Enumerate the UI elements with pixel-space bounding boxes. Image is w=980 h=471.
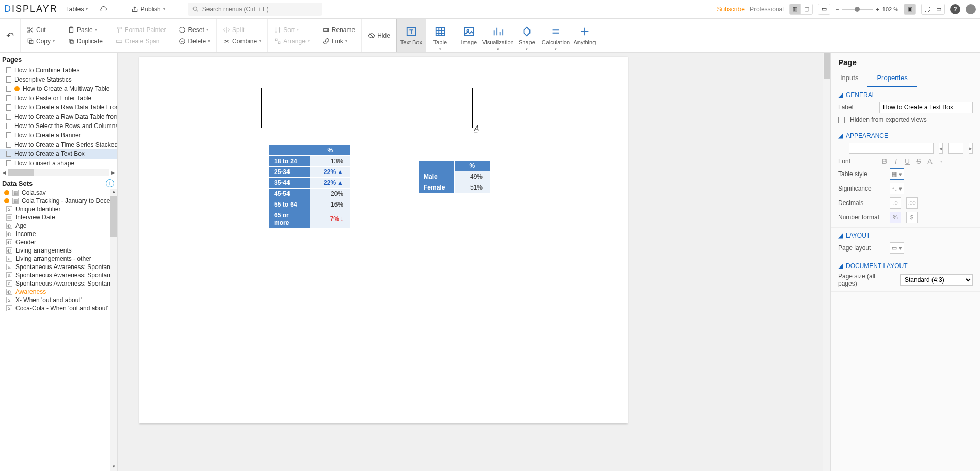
dataset-item[interactable]: ◐Age <box>0 222 117 230</box>
dataset-item[interactable]: ◐Income <box>0 230 117 238</box>
subscribe-link[interactable]: Subscribe <box>717 6 745 13</box>
pages-hscroll[interactable]: ◂ ▸ <box>0 168 117 177</box>
dataset-item[interactable]: ◐Living arrangements <box>0 246 117 255</box>
section-layout[interactable]: ◢LAYOUT <box>838 232 973 239</box>
underline-button[interactable]: U <box>902 157 912 165</box>
tab-inputs[interactable]: Inputs <box>831 70 867 87</box>
fullscreen-icon[interactable]: ⛶ <box>922 4 933 14</box>
insert-image[interactable]: Image <box>455 19 484 52</box>
combine-button[interactable]: Combine▾ <box>221 37 263 46</box>
split-button[interactable]: Split <box>221 25 263 35</box>
tables-menu[interactable]: Tables▾ <box>62 4 92 15</box>
dataset-item[interactable]: ▤Interview Date <box>0 213 117 222</box>
dataset-item[interactable]: aSpontaneous Awareness: Spontaneou <box>0 271 117 279</box>
gender-table-block[interactable]: % Male49%Female51% Q2. Gender SUMMARY sa… <box>418 160 490 182</box>
font-size-input[interactable] <box>948 143 963 154</box>
canvas-vscroll[interactable] <box>823 53 830 471</box>
zoom-fit-icon[interactable]: ▣ <box>904 4 915 14</box>
decimals-dec-button[interactable]: .0 <box>890 197 901 209</box>
page-item[interactable]: Descriptive Statistics <box>0 75 117 84</box>
page-item[interactable]: How to insert a shape <box>0 159 117 168</box>
cloud-button[interactable] <box>96 4 111 15</box>
section-doc-layout[interactable]: ◢DOCUMENT LAYOUT <box>838 262 973 270</box>
hide-button[interactable]: Hide <box>366 31 392 40</box>
reset-button[interactable]: Reset▾ <box>176 25 212 35</box>
page-item[interactable]: How to Create a Multiway Table <box>0 84 117 93</box>
dataset-item[interactable]: ▦Cola.sav <box>0 189 117 197</box>
dataset-item[interactable]: 2Coca-Cola - When 'out and about' <box>0 304 117 312</box>
paste-button[interactable]: Paste▾ <box>66 25 105 35</box>
search-box[interactable] <box>188 3 322 16</box>
add-dataset-button[interactable]: + <box>106 179 114 187</box>
scroll-down-icon[interactable]: ▾ <box>110 464 117 471</box>
dataset-item[interactable]: aLiving arrangements - other <box>0 255 117 263</box>
delete-button[interactable]: Delete▾ <box>176 37 212 46</box>
dataset-item[interactable]: ◐Awareness <box>0 288 117 296</box>
font-family-input[interactable] <box>849 143 934 154</box>
page-item[interactable]: How to Create a Raw Data Table from Var <box>0 112 117 121</box>
significance-select[interactable]: ↑↓ ▾ <box>890 183 904 194</box>
font-dec-button[interactable]: ◂ <box>939 143 943 154</box>
page-item[interactable]: How to Create a Time Series Stacked by Y <box>0 140 117 149</box>
scroll-up-icon[interactable]: ▴ <box>110 189 117 196</box>
duplicate-button[interactable]: Duplicate <box>66 37 105 46</box>
dataset-item[interactable]: ◐Gender <box>0 238 117 246</box>
present-icon[interactable]: ▭ <box>933 4 944 14</box>
label-input[interactable] <box>879 102 973 113</box>
insert-table[interactable]: Table▾ <box>426 19 455 52</box>
page-item[interactable]: How to Create a Text Box <box>0 149 117 159</box>
link-button[interactable]: Link▾ <box>320 37 357 46</box>
font-color-button[interactable]: A <box>925 157 935 165</box>
page-item[interactable]: How to Create a Banner <box>0 131 117 140</box>
zoom-slider[interactable] <box>842 9 873 10</box>
page-item[interactable]: How to Paste or Enter Table <box>0 93 117 103</box>
page-item[interactable]: How to Combine Tables <box>0 66 117 75</box>
search-input[interactable] <box>202 6 318 13</box>
insert-anything[interactable]: Anything <box>570 19 599 52</box>
datasets-vscroll[interactable]: ▴ ▾ <box>110 189 117 471</box>
publish-menu[interactable]: Publish▾ <box>127 4 169 15</box>
decimals-inc-button[interactable]: .00 <box>906 197 918 209</box>
insert-textbox[interactable]: Text Box <box>397 19 426 52</box>
layout-single-icon[interactable]: ▢ <box>801 4 812 14</box>
section-general[interactable]: ◢GENERAL <box>838 91 973 99</box>
page-item[interactable]: How to Select the Rows and Columns to A <box>0 121 117 131</box>
canvas-area[interactable]: A̲ % 18 to 2413%25-3422%▲35-4422%▲45-542… <box>118 53 830 471</box>
rename-button[interactable]: Rename <box>320 25 357 35</box>
dataset-item[interactable]: aSpontaneous Awareness: Spontaneou <box>0 263 117 271</box>
hidden-checkbox[interactable] <box>838 117 845 123</box>
insert-visualization[interactable]: Visualization▾ <box>484 19 512 52</box>
zoom-in-button[interactable]: + <box>876 6 879 12</box>
font-inc-button[interactable]: ▸ <box>969 143 973 154</box>
create-span-button[interactable]: Create Span <box>114 37 168 46</box>
bold-button[interactable]: B <box>879 157 890 165</box>
italic-button[interactable]: I <box>891 157 901 165</box>
zoom-out-button[interactable]: − <box>836 6 839 12</box>
insert-calculation[interactable]: Calculation▾ <box>541 19 570 52</box>
insert-shape[interactable]: Shape▾ <box>512 19 541 52</box>
page-item[interactable]: How to Create a Raw Data Table From a V <box>0 103 117 112</box>
currency-format-button[interactable]: $ <box>906 212 918 223</box>
percent-format-button[interactable]: % <box>890 212 901 223</box>
section-appearance[interactable]: ◢APPEARANCE <box>838 132 973 139</box>
user-avatar[interactable] <box>966 4 976 14</box>
format-painter-button[interactable]: Format Painter <box>114 25 168 35</box>
scroll-right-icon[interactable]: ▸ <box>109 169 117 176</box>
dataset-item[interactable]: 2Unique Identifier <box>0 205 117 213</box>
strike-button[interactable]: S <box>913 157 924 165</box>
help-button[interactable]: ? <box>950 4 960 14</box>
dataset-item[interactable]: 2X- When 'out and about' <box>0 296 117 304</box>
tab-properties[interactable]: Properties <box>867 70 917 87</box>
page-surface[interactable]: A̲ % 18 to 2413%25-3422%▲35-4422%▲45-542… <box>139 57 628 423</box>
dataset-item[interactable]: aSpontaneous Awareness: Spontaneou <box>0 279 117 288</box>
copy-button[interactable]: Copy▾ <box>25 37 57 46</box>
cut-button[interactable]: Cut <box>25 25 57 35</box>
page-size-select[interactable]: Standard (4:3) <box>900 274 973 286</box>
table-style-select[interactable]: ▦ ▾ <box>890 168 904 180</box>
text-box-element[interactable] <box>261 88 473 128</box>
page-layout-select[interactable]: ▭ ▾ <box>890 242 904 254</box>
scroll-left-icon[interactable]: ◂ <box>0 169 8 176</box>
undo-button[interactable]: ↶ <box>4 29 16 42</box>
sort-button[interactable]: Sort▾ <box>272 25 312 35</box>
fit-view-icon[interactable]: ▭ <box>818 4 830 14</box>
